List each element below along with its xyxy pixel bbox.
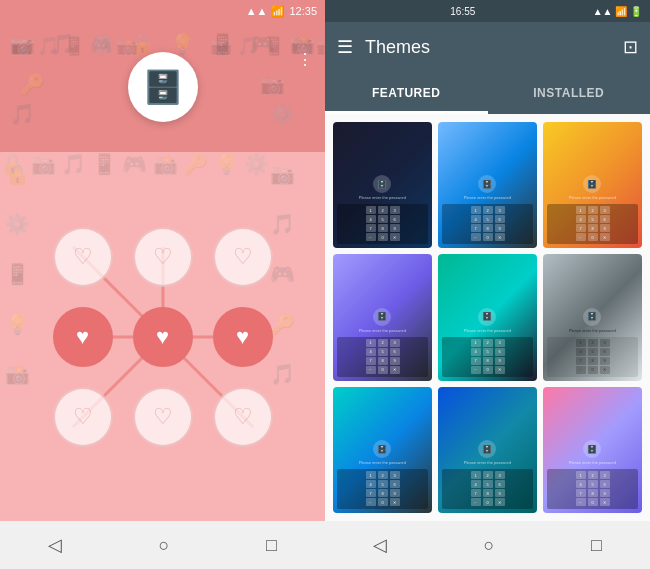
deco-icon-10: 📷 [260,72,285,96]
deco-icon-6: 📱 [210,32,235,56]
keypad-1: 123 456 789 ←0✕ [442,204,533,244]
tabs-bar: FEATURED INSTALLED [325,72,650,114]
keypad-5: 123 456 789 ←0✕ [547,337,638,377]
back-button[interactable]: ◁ [48,534,62,556]
heart-icon-6: ♡ [73,404,93,430]
deco-icon-5: 💡 [170,32,195,56]
time-display: 12:35 [289,5,317,17]
pattern-dot-4[interactable]: ♥ [133,307,193,367]
wifi-icon: 📶 [271,5,285,18]
right-back-button[interactable]: ◁ [373,534,387,556]
deco-icon-3: ⚙️ [90,32,115,56]
theme-card-0[interactable]: 🗄️ Please enter the password 123 456 789 [333,122,432,248]
app-icon: 🗄️ [143,68,183,106]
pattern-dot-7[interactable]: ♡ [133,387,193,447]
heart-icon-7: ♡ [153,404,173,430]
left-nav-bar: ◁ ○ □ [0,521,325,569]
heart-icon-2: ♡ [233,244,253,270]
deco-icon-4: 🔒 [130,32,155,56]
right-status-icons: ▲▲ 📶 🔋 [593,6,642,17]
themes-grid: 🗄️ Please enter the password 123 456 789 [325,114,650,521]
keypad-2: 123 456 789 ←0✕ [547,204,638,244]
heart-icon-4: ♥ [156,324,169,350]
pattern-dot-2[interactable]: ♡ [213,227,273,287]
heart-icon-8: ♡ [233,404,253,430]
theme-card-6[interactable]: 🗄️ Please enter the password 123 456 789 [333,387,432,513]
left-top-area: 📷 🎵 ⚙️ 🔒 💡 📱 🎮 📸 🔑 📷 🎵 ⚙️ 🗄️ ⋮ [0,22,325,152]
p-deco-6: 🎮 [270,262,295,286]
hamburger-menu-icon[interactable]: ☰ [337,36,353,58]
p-deco-3: ⚙️ [5,212,30,236]
app-icon-container: 🗄️ [128,52,198,122]
p-deco-10: 🎵 [270,362,295,386]
theme-preview-4: 🗄️ Please enter the password 123 456 789 [438,254,537,380]
right-panel: 16:55 ▲▲ 📶 🔋 ☰ Themes ⊡ FEATURED INSTALL… [325,0,650,569]
heart-icon-1: ♡ [153,244,173,270]
p-deco-1: 🔒 [5,162,30,186]
left-status-bar: ▲▲ 📶 12:35 [0,0,325,22]
theme-preview-0: 🗄️ Please enter the password 123 456 789 [333,122,432,248]
keypad-0: 123 456 789 ←0✕ [337,204,428,244]
theme-card-5[interactable]: 🗄️ Please enter the password 123 456 789 [543,254,642,380]
right-recent-button[interactable]: □ [591,535,602,556]
recent-button[interactable]: □ [266,535,277,556]
deco-icon-7: 🎮 [250,32,275,56]
pattern-grid[interactable]: ♡ ♡ ♡ ♥ ♥ ♥ ♡ ♡ [53,227,273,447]
deco-icon-2: 🎵 [50,32,75,56]
pattern-dot-3[interactable]: ♥ [53,307,113,367]
keypad-4: 123 456 789 ←0✕ [442,337,533,377]
pattern-dot-5[interactable]: ♥ [213,307,273,367]
p-deco-7: 💡 [5,312,30,336]
theme-preview-1: 🗄️ Please enter the password 123 456 789 [438,122,537,248]
deco-icon-11: 🎵 [10,102,35,126]
left-status-icons: ▲▲ 📶 12:35 [246,5,317,18]
theme-card-8[interactable]: 🗄️ Please enter the password 123 456 789 [543,387,642,513]
signal-icon: ▲▲ [246,5,268,17]
right-time: 16:55 [450,6,475,17]
heart-icon-3: ♥ [76,324,89,350]
deco-icon-12: ⚙️ [270,102,295,126]
pattern-area[interactable]: 🔒 📷 ⚙️ 🎵 📱 🎮 💡 🔑 📸 🎵 [0,152,325,521]
keypad-7: 123 456 789 ←0✕ [442,469,533,509]
deco-icon-9: 🔑 [20,72,45,96]
right-status-bar: 16:55 ▲▲ 📶 🔋 [325,0,650,22]
home-button[interactable]: ○ [159,535,170,556]
pattern-dot-8[interactable]: ♡ [213,387,273,447]
tab-installed[interactable]: INSTALLED [488,72,651,114]
pattern-dot-1[interactable]: ♡ [133,227,193,287]
theme-preview-5: 🗄️ Please enter the password 123 456 789 [543,254,642,380]
deco-icon-1: 📷 [10,32,35,56]
theme-card-1[interactable]: 🗄️ Please enter the password 123 456 789 [438,122,537,248]
p-deco-9: 📸 [5,362,30,386]
right-nav-bar: ◁ ○ □ [325,521,650,569]
crop-icon[interactable]: ⊡ [623,36,638,58]
p-deco-4: 🎵 [270,212,295,236]
theme-card-7[interactable]: 🗄️ Please enter the password 123 456 789 [438,387,537,513]
toolbar-title: Themes [365,37,611,58]
theme-card-2[interactable]: 🗄️ Please enter the password 123 456 789 [543,122,642,248]
heart-icon-5: ♥ [236,324,249,350]
theme-preview-8: 🗄️ Please enter the password 123 456 789 [543,387,642,513]
keypad-8: 123 456 789 ←0✕ [547,469,638,509]
right-toolbar: ☰ Themes ⊡ [325,22,650,72]
left-panel: ▲▲ 📶 12:35 📷 🎵 ⚙️ 🔒 💡 📱 🎮 📸 🔑 📷 🎵 ⚙️ 🗄️ … [0,0,325,569]
right-home-button[interactable]: ○ [484,535,495,556]
menu-icon[interactable]: ⋮ [297,50,313,69]
theme-preview-6: 🗄️ Please enter the password 123 456 789 [333,387,432,513]
keypad-6: 123 456 789 ←0✕ [337,469,428,509]
theme-preview-3: 🗄️ Please enter the password 123 456 789 [333,254,432,380]
pattern-dot-0[interactable]: ♡ [53,227,113,287]
keypad-3: 123 456 789 ←0✕ [337,337,428,377]
tab-featured[interactable]: FEATURED [325,72,488,114]
theme-preview-2: 🗄️ Please enter the password 123 456 789 [543,122,642,248]
theme-card-4[interactable]: 🗄️ Please enter the password 123 456 789 [438,254,537,380]
pattern-dot-6[interactable]: ♡ [53,387,113,447]
p-deco-8: 🔑 [270,312,295,336]
p-deco-5: 📱 [5,262,30,286]
theme-preview-7: 🗄️ Please enter the password 123 456 789 [438,387,537,513]
theme-card-3[interactable]: 🗄️ Please enter the password 123 456 789 [333,254,432,380]
heart-icon-0: ♡ [73,244,93,270]
p-deco-2: 📷 [270,162,295,186]
